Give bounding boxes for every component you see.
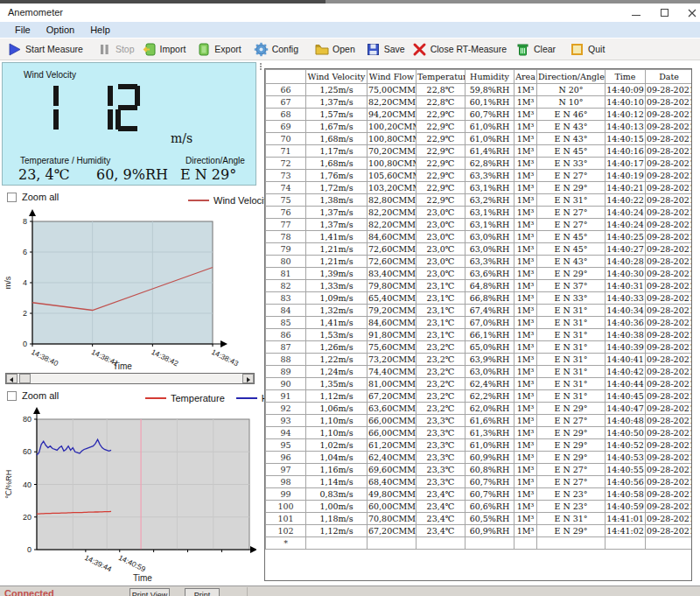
data-cell[interactable]: 1,18m/s: [306, 513, 368, 525]
data-cell[interactable]: 1,37m/s: [306, 219, 368, 231]
data-cell[interactable]: 14:40:47: [606, 403, 646, 415]
stop-button[interactable]: Stop: [97, 39, 135, 59]
data-cell[interactable]: 59,8%RH: [466, 84, 514, 96]
data-cell[interactable]: E N 31°: [537, 354, 606, 366]
data-cell[interactable]: E N 46°: [537, 109, 606, 121]
data-cell[interactable]: 82,20CMM: [368, 207, 416, 219]
data-cell[interactable]: 60,7%RH: [466, 488, 514, 501]
data-cell[interactable]: 62,8%RH: [466, 158, 514, 170]
data-cell[interactable]: 14:40:38: [606, 329, 646, 341]
table-row[interactable]: 721,68m/s100,80CMM22,9℃62,8%RH1M³E N 33°…: [266, 158, 693, 170]
data-cell[interactable]: E N 37°: [537, 280, 606, 292]
data-cell[interactable]: 60,6%RH: [466, 501, 514, 513]
data-cell[interactable]: 63,6%RH: [466, 268, 514, 280]
data-cell[interactable]: 1,72m/s: [306, 182, 368, 194]
table-row[interactable]: 911,12m/s67,20CMM23,2℃62,2%RH1M³E N 31°1…: [266, 390, 693, 403]
column-header-area[interactable]: Area: [514, 70, 537, 84]
data-cell[interactable]: 63,0%RH: [466, 243, 514, 256]
data-cell[interactable]: 1,68m/s: [306, 133, 368, 145]
data-cell[interactable]: 1,22m/s: [306, 354, 368, 366]
data-cell[interactable]: 74,40CMM: [368, 366, 416, 378]
data-cell[interactable]: 1,32m/s: [306, 305, 368, 317]
data-cell[interactable]: 1M³: [514, 439, 537, 452]
table-row[interactable]: 941,10m/s66,00CMM23,3℃61,3%RH1M³E N 29°1…: [266, 427, 693, 439]
data-cell[interactable]: 14:40:27: [606, 243, 646, 256]
table-row[interactable]: 971,16m/s69,60CMM23,3℃60,8%RH1M³E N 27°1…: [266, 464, 693, 476]
data-cell[interactable]: E N 31°: [537, 194, 606, 207]
data-cell[interactable]: [606, 537, 646, 550]
data-cell[interactable]: 14:40:33: [606, 292, 646, 305]
data-cell[interactable]: 22,8℃: [416, 84, 466, 96]
data-cell[interactable]: [306, 537, 368, 550]
print-button[interactable]: Print: [185, 588, 220, 596]
data-cell[interactable]: 61,4%RH: [466, 145, 514, 158]
row-number-cell[interactable]: 87: [266, 341, 306, 354]
data-cell[interactable]: 09-28-2021: [646, 464, 693, 476]
row-number-cell[interactable]: 92: [266, 403, 306, 415]
data-cell[interactable]: 09-28-2021: [646, 121, 693, 133]
data-cell[interactable]: 23,0℃: [416, 231, 466, 243]
data-cell[interactable]: 09-28-2021: [646, 415, 693, 427]
data-cell[interactable]: E N 43°: [537, 256, 606, 268]
save-button[interactable]: Save: [366, 39, 405, 59]
data-cell[interactable]: 1M³: [514, 525, 537, 537]
data-cell[interactable]: 23,3℃: [416, 464, 466, 476]
data-cell[interactable]: 82,80CMM: [368, 194, 416, 207]
data-cell[interactable]: 22,9℃: [416, 133, 466, 145]
row-number-cell[interactable]: 81: [266, 268, 306, 280]
data-cell[interactable]: 67,4%RH: [466, 305, 514, 317]
data-cell[interactable]: E N 23°: [537, 501, 606, 513]
data-cell[interactable]: 1,04m/s: [306, 452, 368, 464]
data-cell[interactable]: 23,3℃: [416, 452, 466, 464]
data-cell[interactable]: 1,25m/s: [306, 84, 368, 96]
data-cell[interactable]: 70,80CMM: [368, 513, 416, 525]
data-cell[interactable]: 09-28-2021: [646, 280, 693, 292]
data-cell[interactable]: 1,02m/s: [306, 439, 368, 452]
data-cell[interactable]: 23,0℃: [416, 243, 466, 256]
column-header-humidity[interactable]: Humidity: [466, 70, 514, 84]
data-cell[interactable]: 62,4%RH: [466, 378, 514, 390]
data-cell[interactable]: 1M³: [514, 194, 537, 207]
data-cell[interactable]: 1M³: [514, 378, 537, 390]
new-row-marker[interactable]: *: [266, 537, 306, 550]
data-cell[interactable]: 14:40:10: [606, 96, 646, 109]
row-number-cell[interactable]: 94: [266, 427, 306, 439]
data-cell[interactable]: 1M³: [514, 390, 537, 403]
data-cell[interactable]: 60,7%RH: [466, 476, 514, 488]
table-row[interactable]: 741,72m/s103,20CMM22,9℃63,1%RH1M³E N 29°…: [266, 182, 693, 194]
data-cell[interactable]: 1M³: [514, 170, 537, 182]
data-cell[interactable]: 09-28-2021: [646, 390, 693, 403]
row-number-cell[interactable]: 73: [266, 170, 306, 182]
table-row[interactable]: 791,21m/s72,60CMM23,0℃63,0%RH1M³E N 45°1…: [266, 243, 693, 256]
data-cell[interactable]: 73,20CMM: [368, 354, 416, 366]
data-cell[interactable]: E N 43°: [537, 133, 606, 145]
table-row[interactable]: 961,04m/s62,40CMM23,3℃60,9%RH1M³E N 29°1…: [266, 452, 693, 464]
data-cell[interactable]: 1,10m/s: [306, 427, 368, 439]
data-cell[interactable]: 14:40:24: [606, 219, 646, 231]
data-cell[interactable]: 23,0℃: [416, 207, 466, 219]
data-cell[interactable]: 68,40CMM: [368, 476, 416, 488]
data-cell[interactable]: 1,57m/s: [306, 109, 368, 121]
table-row[interactable]: 671,37m/s82,20CMM22,8℃60,1%RH1M³N 10°14:…: [266, 96, 693, 109]
table-row[interactable]: 1011,18m/s70,80CMM23,4℃60,5%RH1M³E N 31°…: [266, 513, 693, 525]
data-cell[interactable]: E N 29°: [537, 525, 606, 537]
data-cell[interactable]: 14:40:17: [606, 158, 646, 170]
start-button[interactable]: Start Measure: [7, 39, 83, 59]
row-number-cell[interactable]: 90: [266, 378, 306, 390]
data-cell[interactable]: 79,80CMM: [368, 280, 416, 292]
row-number-cell[interactable]: 100: [266, 501, 306, 513]
row-number-cell[interactable]: 78: [266, 231, 306, 243]
row-number-cell[interactable]: 85: [266, 317, 306, 329]
data-cell[interactable]: 09-28-2021: [646, 194, 693, 207]
data-cell[interactable]: 1M³: [514, 84, 537, 96]
data-cell[interactable]: 75,00CMM: [368, 84, 416, 96]
data-cell[interactable]: 1,24m/s: [306, 366, 368, 378]
data-cell[interactable]: 23,0℃: [416, 219, 466, 231]
data-cell[interactable]: 72,60CMM: [368, 256, 416, 268]
column-header-wind-velocity[interactable]: Wind Velocity: [306, 70, 368, 84]
data-cell[interactable]: 61,0%RH: [466, 439, 514, 452]
row-number-cell[interactable]: 83: [266, 292, 306, 305]
data-cell[interactable]: 1M³: [514, 427, 537, 439]
data-cell[interactable]: 66,00CMM: [368, 415, 416, 427]
data-cell[interactable]: 09-28-2021: [646, 207, 693, 219]
